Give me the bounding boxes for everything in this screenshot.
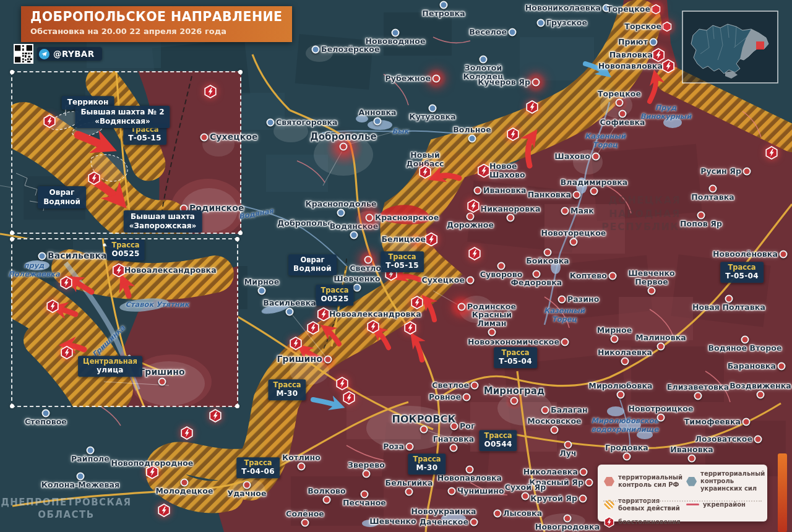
town-label: Котлино xyxy=(282,453,321,462)
town-dot-ua xyxy=(603,4,611,12)
town-dot-ru xyxy=(497,262,506,270)
road-badge: ТрассаТ-05-15 xyxy=(381,251,424,272)
town-dot-ua xyxy=(509,28,517,36)
town-label: Зверево xyxy=(348,461,385,470)
road-badge-number: О0544 xyxy=(484,440,512,449)
town-label: Нововодяное xyxy=(366,37,426,46)
town-label: Шевченко Первое xyxy=(628,269,674,286)
town-label: Дорожное xyxy=(447,221,494,230)
town-dot-ru xyxy=(725,295,733,303)
town-label: Вольное xyxy=(453,126,491,134)
water-label: Бык xyxy=(392,127,409,136)
road-badge-number: М-30 xyxy=(413,463,441,473)
town-label: Колона-Межевая xyxy=(41,481,119,489)
town-label: Водяное Второе xyxy=(708,344,781,353)
town-dot-ru xyxy=(533,270,541,278)
town-label: Даченское xyxy=(420,518,468,526)
town-dot-ru xyxy=(181,479,189,487)
town-label: Роза xyxy=(383,442,404,451)
town-label: Петровка xyxy=(422,9,465,18)
town-dot-ru xyxy=(590,187,598,195)
town-dot-ru xyxy=(366,214,374,222)
town-dot-ua xyxy=(42,410,50,418)
town-dot-ru xyxy=(471,382,479,390)
town-label: Новое Шахово xyxy=(489,162,525,179)
town-dot-ru xyxy=(243,481,251,489)
map-edge-highlight xyxy=(778,453,787,532)
town-label: Чунишино xyxy=(457,487,504,496)
town-dot-ru xyxy=(585,479,593,487)
town-dot-ru xyxy=(406,443,414,451)
inset-corner-dot xyxy=(10,231,14,235)
town-dot-ru xyxy=(611,335,619,343)
inset-corner-dot xyxy=(238,231,243,235)
clash-icon xyxy=(507,127,519,141)
town-dot-ru xyxy=(564,441,572,449)
town-label: Новый Донбасс xyxy=(406,151,444,168)
town-dot-ru xyxy=(561,207,569,215)
road-badge: ТрассаТ-05-04 xyxy=(494,347,537,368)
town-dot-ru xyxy=(688,455,696,463)
town-label: Новопавловка xyxy=(437,474,502,483)
stronghold-icon xyxy=(652,4,661,15)
town-dot-ru xyxy=(544,249,552,257)
town-label: Попов Яр xyxy=(680,220,722,228)
town-label: Разино xyxy=(567,295,599,304)
road-badge: ТрассаМ-30 xyxy=(268,379,306,400)
town-dot-ru xyxy=(510,397,519,405)
town-dot-ru xyxy=(463,393,471,401)
town-label: Кутузовка xyxy=(409,113,455,121)
town-label: Новониколаевка xyxy=(525,4,601,12)
town-label: Анновка xyxy=(358,108,396,117)
channel-name: @RYBAR xyxy=(53,49,94,59)
telegram-icon xyxy=(39,49,50,59)
town-dot-ua xyxy=(77,473,85,481)
road-badge: ТрассаМ-30 xyxy=(408,453,446,474)
town-label: Молодецкое xyxy=(155,487,213,496)
town-label: Полтавка xyxy=(691,193,734,202)
town-label: Удачное xyxy=(227,489,266,498)
town-dot-ua xyxy=(429,105,437,113)
town-dot-ru xyxy=(694,392,702,400)
town-dot-ru xyxy=(743,168,751,176)
town-label: Гришино xyxy=(277,354,322,364)
town-label: Маяк xyxy=(570,207,594,215)
town-dot-ru xyxy=(323,496,331,504)
rivers xyxy=(235,102,630,452)
town-dot-ru xyxy=(298,463,306,471)
hotspot-glows xyxy=(319,0,677,410)
town-dot-ua xyxy=(392,29,400,37)
town-dot-ru xyxy=(507,214,515,222)
water-label: Водяная xyxy=(238,207,274,221)
town-label: Светлое xyxy=(350,264,387,273)
town-label: Новогродовка xyxy=(535,523,600,531)
town-dot-ru xyxy=(474,187,482,195)
town-dot-ua xyxy=(337,209,345,217)
clash-icon xyxy=(158,504,170,517)
inset-corner-dot xyxy=(10,70,14,74)
clash-icon xyxy=(307,321,319,335)
map-legend: территориальный контроль сил РФ территор… xyxy=(598,465,767,521)
town-dot-ru xyxy=(466,466,474,474)
town-label: Новоторецкое xyxy=(541,229,606,238)
title-banner: ДОБРОПОЛЬСКОЕ НАПРАВЛЕНИЕ Обстановка на … xyxy=(21,6,292,42)
water-label: Казенный Торец xyxy=(585,132,626,149)
town-dot-ru xyxy=(467,213,475,221)
town-label: Барановка xyxy=(728,362,776,371)
town-label: Ивановка xyxy=(483,186,527,195)
town-label: Николаевка xyxy=(598,348,652,357)
town-dot-ru xyxy=(561,338,569,346)
clash-icon xyxy=(209,409,222,423)
inset-corner-dot xyxy=(238,70,243,74)
town-dot-ru xyxy=(301,519,309,527)
town-label: Русин Яр xyxy=(700,167,741,176)
town-label: Мирное xyxy=(597,326,632,335)
town-dot-ua xyxy=(258,287,266,295)
town-dot-ru xyxy=(433,75,441,83)
town-label: Красноподолье xyxy=(306,200,377,208)
road-badge-kind: Трасса xyxy=(413,455,441,463)
town-dot-ua xyxy=(537,19,545,27)
legend-item-rf-control: территориальный контроль сил РФ xyxy=(604,470,682,493)
town-dot-ru xyxy=(609,272,617,280)
qr-code xyxy=(14,44,33,64)
